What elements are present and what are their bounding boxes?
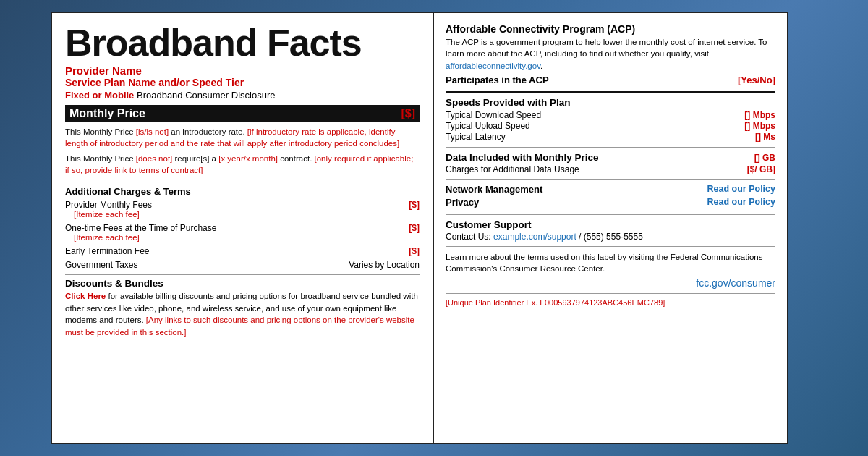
data-header-row: Data Included with Monthly Price [] GB [446,152,775,163]
privacy-row: Privacy Read our Policy [446,197,775,208]
support-contact-label: Contact Us: [446,232,493,242]
body2-red2: [x year/x month] [218,154,278,163]
provider-monthly-val: [$] [398,200,420,210]
onetime-fees-group: One-time Fees at the Time of Purchase [$… [65,223,420,242]
download-speed-label: Typical Download Speed [446,110,541,120]
acp-link[interactable]: affordableconnectivity.gov [446,62,540,70]
support-title: Customer Support [446,219,775,230]
upload-speed-row: Typical Upload Speed [] Mbps [446,121,775,131]
monthly-price-header: Monthly Price [$] [65,105,420,122]
monthly-price-label: Monthly Price [69,107,145,120]
acp-body2: . [540,62,542,70]
discounts-header: Discounts & Bundles [65,278,420,289]
data-section: Data Included with Monthly Price [] GB C… [446,152,775,180]
body1-pre: This Monthly Price [65,127,136,136]
additional-charges-header: Additional Charges & Terms [65,182,420,197]
download-speed-row: Typical Download Speed [] Mbps [446,110,775,120]
government-taxes-label: Government Taxes [65,260,349,270]
click-here-link[interactable]: Click Here [65,292,106,300]
charges-label: Charges for Additional Data Usage [446,164,579,174]
acp-participates-label: Participates in the ACP [446,75,549,85]
charges-val: [$/ GB] [747,164,775,174]
early-termination-row: Early Termination Fee [$] [65,246,420,256]
right-panel: Affordable Connectivity Program (ACP) Th… [434,12,788,444]
download-speed-val: [] Mbps [744,110,775,120]
support-phone: / (555) 555-5555 [576,232,643,242]
acp-title: Affordable Connectivity Program (ACP) [446,23,775,35]
service-plan-name: Service Plan Name and/or Speed Tier [65,77,420,88]
upload-speed-val: [] Mbps [744,121,775,131]
acp-body1: The ACP is a government program to help … [446,38,767,58]
customer-support-section: Customer Support Contact Us: example.com… [446,219,775,247]
data-val: [] GB [754,153,775,163]
network-section: Network Management Read our Policy Priva… [446,184,775,215]
fcc-text: Learn more about the terms used on this … [446,251,775,275]
support-link[interactable]: example.com/support [493,232,576,242]
provider-monthly-fees-group: Provider Monthly Fees [$] [Itemize each … [65,200,420,219]
acp-section: Affordable Connectivity Program (ACP) Th… [446,23,775,93]
body2-mid: require[s] a [172,154,218,163]
provider-monthly-label: Provider Monthly Fees [65,200,398,210]
fixed-mobile-text: Fixed or Mobile [65,90,134,101]
acp-body: The ACP is a government program to help … [446,36,775,72]
body1-red: [is/is not] [136,127,169,136]
speeds-title: Speeds Provided with Plan [446,97,775,108]
body1-mid: an introductory rate. [169,127,247,136]
discounts-section: Discounts & Bundles Click Here for avail… [65,274,420,339]
body2-pre: This Monthly Price [65,154,136,163]
left-panel: Broadband Facts Provider Name Service Pl… [51,12,434,444]
privacy-label: Privacy [446,197,479,208]
disclosure-text: Broadband Consumer Disclosure [134,90,275,101]
data-title: Data Included with Monthly Price [446,152,599,163]
network-management-row: Network Management Read our Policy [446,184,775,195]
privacy-link[interactable]: Read our Policy [707,197,775,208]
support-body: Contact Us: example.com/support / (555) … [446,232,775,242]
unique-plan-id: [Unique Plan Identifier Ex. F00059379741… [446,298,775,307]
monthly-price-value: [$] [401,107,415,120]
latency-val: [] Ms [755,132,775,142]
upload-speed-label: Typical Upload Speed [446,121,530,131]
onetime-val: [$] [398,223,420,233]
onetime-label: One-time Fees at the Time of Purchase [65,223,398,233]
charges-row: Charges for Additional Data Usage [$/ GB… [446,164,775,174]
provider-name: Provider Name [65,64,420,77]
early-termination-label: Early Termination Fee [65,246,398,256]
fcc-link[interactable]: fcc.gov/consumer [446,277,775,289]
government-taxes-row: Government Taxes Varies by Location [65,260,420,270]
early-termination-val: [$] [398,246,420,256]
network-management-label: Network Management [446,184,542,195]
onetime-row: One-time Fees at the Time of Purchase [$… [65,223,420,233]
provider-monthly-indent: [Itemize each fee] [74,210,420,219]
body2-post: contract. [278,154,315,163]
onetime-indent: [Itemize each fee] [74,233,420,242]
latency-label: Typical Latency [446,132,506,142]
monthly-price-body1: This Monthly Price [is/is not] an introd… [65,126,420,149]
page-title: Broadband Facts [65,23,420,63]
acp-participates-row: Participates in the ACP [Yes/No] [446,75,775,85]
discounts-body: Click Here for available billing discoun… [65,290,420,339]
government-taxes-val: Varies by Location [349,260,420,270]
body2-red: [does not] [136,154,173,163]
monthly-price-body2: This Monthly Price [does not] require[s]… [65,153,420,176]
disclosure-line: Fixed or Mobile Broadband Consumer Discl… [65,90,420,101]
provider-monthly-row: Provider Monthly Fees [$] [65,200,420,210]
latency-row: Typical Latency [] Ms [446,132,775,142]
speeds-section: Speeds Provided with Plan Typical Downlo… [446,97,775,148]
acp-yes-no: [Yes/No] [738,75,775,85]
network-management-link[interactable]: Read our Policy [707,184,775,195]
fcc-section: Learn more about the terms used on this … [446,251,775,294]
